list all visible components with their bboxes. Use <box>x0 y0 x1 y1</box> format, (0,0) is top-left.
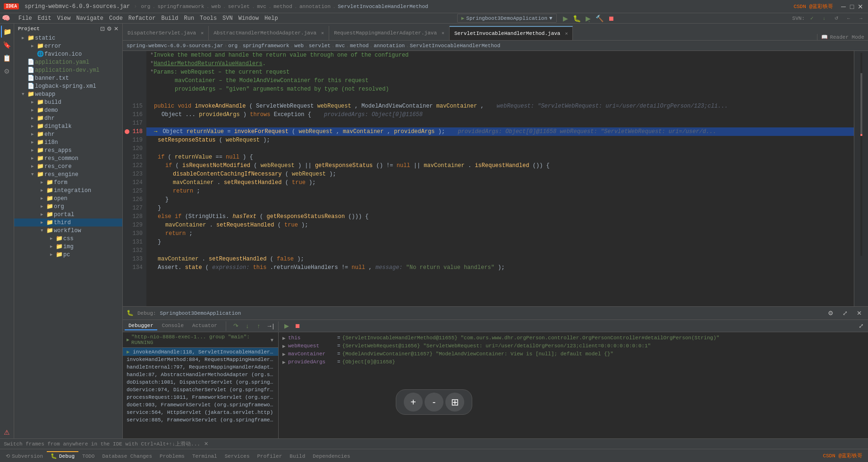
tree-item-favicon[interactable]: ▶ 🌐 favicon.ico <box>14 50 122 58</box>
status-close[interactable]: ✕ <box>204 441 208 447</box>
bottom-tab-build[interactable]: Build <box>286 452 309 460</box>
bottom-tab-db-changes[interactable]: Database Changes <box>98 452 156 460</box>
breadcrumb-servlet[interactable]: servlet <box>309 43 331 49</box>
menu-refactor[interactable]: Refactor <box>126 14 159 23</box>
tree-item-demo[interactable]: ▶ 📁 demo <box>14 106 122 114</box>
tree-item-open[interactable]: ▶ 📁 open <box>14 194 122 202</box>
var-this[interactable]: ▶ this = {ServletInvocableHandlerMethod@… <box>281 334 866 342</box>
bottom-tab-debug[interactable]: 🐛 Debug <box>47 451 78 460</box>
svn-redo[interactable]: → <box>856 13 866 24</box>
debugger-tab[interactable]: Debugger <box>125 322 157 330</box>
scrollbar-thumb[interactable] <box>860 73 862 134</box>
tree-item-res-engine[interactable]: ▼ 📁 res_engine <box>14 170 122 178</box>
tab-requestmapping[interactable]: RequestMappingHandlerAdapter.java ✕ <box>329 26 450 40</box>
breadcrumb-springframework[interactable]: springframework <box>243 43 289 49</box>
debug-close[interactable]: ✕ <box>854 308 864 319</box>
stack-frame-7[interactable]: doGet:903, FrameworkServlet (org.springf… <box>123 401 278 409</box>
tab-dispatcher[interactable]: DispatcherServlet.java ✕ <box>123 26 209 40</box>
debug-settings[interactable]: ⚙ <box>825 308 836 319</box>
debug-panel-maximize[interactable]: ⤢ <box>856 321 866 331</box>
tree-item-img[interactable]: ▶ 📁 img <box>14 243 122 251</box>
stack-frame-0[interactable]: ▶ invokeAndHandle:118, ServletInvocableH… <box>123 348 278 356</box>
debug-maximize[interactable]: ⤢ <box>840 308 850 319</box>
tree-item-app-dev[interactable]: ▶ 📄 application-dev.yml <box>14 66 122 74</box>
tree-item-static[interactable]: ▶ 📁 static <box>14 34 122 42</box>
activity-problems[interactable]: ⚠ <box>1 426 13 438</box>
stop-button[interactable]: ⏹ <box>606 13 616 24</box>
menu-file[interactable]: File <box>16 14 35 23</box>
stop-debug-button[interactable]: ⏹ <box>293 321 303 331</box>
activity-settings[interactable]: ⚙ <box>1 65 13 77</box>
stack-frame-1[interactable]: invokeHandlerMethod:884, RequestMappingH… <box>123 356 278 363</box>
tree-item-i18n[interactable]: ▶ 📁 i18n <box>14 138 122 146</box>
sidebar-close[interactable]: ✕ <box>114 25 119 32</box>
tree-item-ehr[interactable]: ▶ 📁 ehr <box>14 130 122 138</box>
activity-structure[interactable]: 📋 <box>1 52 13 64</box>
console-tab[interactable]: Console <box>158 322 187 330</box>
activity-bookmarks[interactable]: 🔖 <box>1 39 13 51</box>
step-into-button[interactable]: ↓ <box>242 321 253 331</box>
tree-item-res-common[interactable]: ▶ 📁 res_common <box>14 154 122 162</box>
breadcrumb-mvc[interactable]: mvc <box>336 43 345 49</box>
bottom-tab-services[interactable]: Services <box>221 452 254 460</box>
tree-item-integration[interactable]: ▶ 📁 integration <box>14 186 122 194</box>
menu-window[interactable]: Window <box>236 14 262 23</box>
run-config-selector[interactable]: ▶ Springboot3DemoApplication ▼ <box>457 14 557 23</box>
svn-update[interactable]: ↓ <box>819 13 829 24</box>
tree-item-dhr[interactable]: ▶ 📁 dhr <box>14 114 122 122</box>
menu-edit[interactable]: Edit <box>35 14 54 23</box>
breadcrumb-method[interactable]: method <box>350 43 369 49</box>
breadcrumb-jar[interactable]: spring-webmvc-6.0.9-sources.jar <box>127 43 223 49</box>
svn-undo[interactable]: ← <box>843 13 854 24</box>
svn-check[interactable]: ✓ <box>807 13 817 24</box>
menu-code[interactable]: Code <box>106 14 126 23</box>
stack-frame-5[interactable]: doService:974, DispatcherServlet (org.sp… <box>123 386 278 394</box>
tab-servletinvocable[interactable]: ServletInvocableHandlerMethod.java ✕ <box>450 26 573 40</box>
run-to-cursor-button[interactable]: →| <box>265 321 275 331</box>
tree-item-org[interactable]: ▶ 📁 org <box>14 202 122 210</box>
tree-item-logback[interactable]: ▶ 📄 logback-spring.xml <box>14 82 122 90</box>
tab-dispatcher-close[interactable]: ✕ <box>201 30 204 36</box>
tree-item-webapp[interactable]: ▼ 📁 webapp <box>14 90 122 98</box>
menu-run[interactable]: Run <box>181 14 197 23</box>
breadcrumb-web[interactable]: web <box>294 43 304 49</box>
bottom-tab-terminal[interactable]: Terminal <box>188 452 221 460</box>
code-editor[interactable]: 115 116 117 118 119 120 121 122 123 124 … <box>123 51 868 306</box>
tree-item-build[interactable]: ▶ 📁 build <box>14 98 122 106</box>
debug-button[interactable]: 🐛 <box>572 13 582 24</box>
close-button[interactable]: ✕ <box>857 3 864 10</box>
tree-item-portal[interactable]: ▶ 📁 portal <box>14 210 122 218</box>
build-button[interactable]: 🔨 <box>595 13 605 24</box>
menu-navigate[interactable]: Navigate <box>73 14 106 23</box>
bottom-tab-dependencies[interactable]: Dependencies <box>309 452 354 460</box>
menu-tools[interactable]: Tools <box>197 14 220 23</box>
zoom-grid-button[interactable]: ⊞ <box>445 393 464 412</box>
zoom-in-button[interactable]: + <box>404 393 423 412</box>
scrollbar-track[interactable] <box>860 53 862 256</box>
zoom-out-button[interactable]: - <box>425 393 443 412</box>
tree-item-css[interactable]: ▶ 📁 css <box>14 235 122 243</box>
tree-item-error[interactable]: ▶ 📁 error <box>14 42 122 50</box>
step-over-button[interactable]: ↷ <box>231 321 241 331</box>
menu-view[interactable]: View <box>54 14 74 23</box>
menu-svn[interactable]: SVN <box>220 14 236 23</box>
tree-item-res-apps[interactable]: ▶ 📁 res_apps <box>14 146 122 154</box>
tree-item-pc[interactable]: ▶ 📁 pc <box>14 251 122 259</box>
tab-abstracthandler[interactable]: AbstractHandlerMethodAdapter.java ✕ <box>209 26 329 40</box>
reader-mode-btn[interactable]: 📖 Reader Mode <box>817 34 868 40</box>
bottom-tab-todo[interactable]: TODO <box>78 452 98 460</box>
tree-item-dingtalk[interactable]: ▶ 📁 dingtalk <box>14 122 122 130</box>
bottom-tab-problems[interactable]: Problems <box>156 452 188 460</box>
tree-item-form[interactable]: ▶ 📁 form <box>14 178 122 186</box>
svn-revert[interactable]: ↺ <box>831 13 842 24</box>
tree-item-res-core[interactable]: ▶ 📁 res_core <box>14 162 122 170</box>
actuator-tab[interactable]: Actuator <box>188 322 221 330</box>
bottom-tab-subversion[interactable]: ⟲ Subversion <box>2 451 47 460</box>
stack-frame-9[interactable]: service:885, FrameworkServlet (org.sprin… <box>123 416 278 424</box>
breadcrumb-annotation[interactable]: annotation <box>374 43 405 49</box>
thread-filter-btn[interactable]: ▼ <box>270 337 274 343</box>
var-mavContainer[interactable]: ▶ mavContainer = {ModelAndViewContainer@… <box>281 350 866 358</box>
stack-frame-6[interactable]: processRequest:1011, FrameworkServlet (o… <box>123 394 278 401</box>
tree-item-banner[interactable]: ▶ 📄 banner.txt <box>14 74 122 82</box>
tab-servletinvocable-close[interactable]: ✕ <box>565 31 568 36</box>
